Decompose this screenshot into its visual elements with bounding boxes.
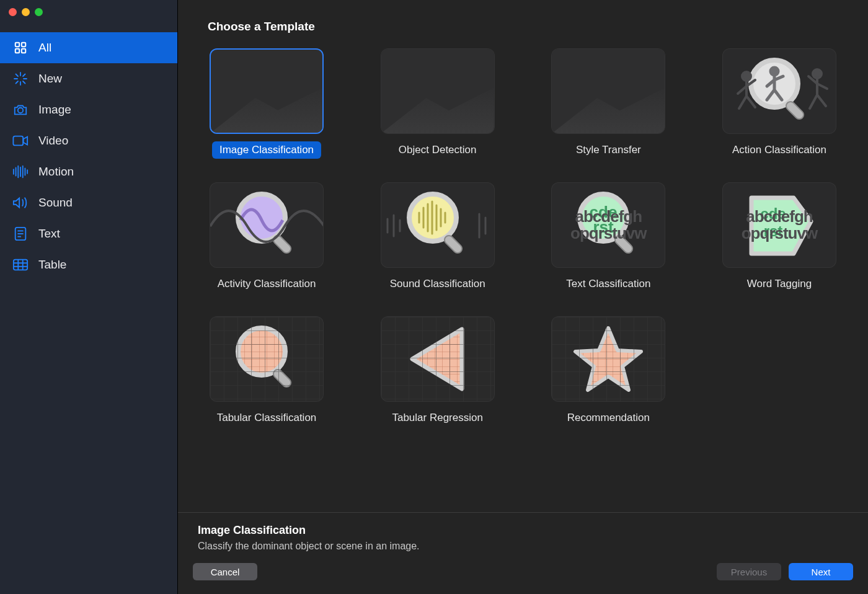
template-tabular-classification[interactable]: Tabular Classification <box>208 316 326 427</box>
svg-line-8 <box>16 74 19 77</box>
sparkle-icon <box>12 71 29 87</box>
sidebar-label: Video <box>38 134 68 148</box>
svg-rect-61 <box>613 234 634 255</box>
template-label: Tabular Classification <box>210 409 324 427</box>
tag-icon: cde rst <box>739 188 820 262</box>
template-thumb: abcdefghopqrstuvw cde rst <box>722 182 836 268</box>
svg-rect-1 <box>22 43 25 47</box>
template-word-tagging[interactable]: abcdefghopqrstuvw cde rst Word Tagging <box>720 182 838 293</box>
sidebar-item-text[interactable]: Text <box>0 218 177 249</box>
info-title: Image Classification <box>198 524 848 537</box>
action-bg <box>723 49 836 134</box>
template-sound-classification[interactable]: Sound Classification <box>379 182 497 293</box>
svg-text:rst: rst <box>764 223 783 239</box>
sidebar-item-all[interactable]: All <box>0 32 177 63</box>
sidebar-label: Motion <box>38 165 74 179</box>
text-magnifier-icon: cde rst <box>571 188 645 262</box>
svg-rect-3 <box>22 49 25 53</box>
template-thumb: abcdefghopqrstuvw cde rst <box>551 182 665 268</box>
template-text-classification[interactable]: abcdefghopqrstuvw cde rst Text Classific… <box>549 182 667 293</box>
sidebar-item-table[interactable]: Table <box>0 249 177 280</box>
sound-bg <box>381 183 495 268</box>
sidebar-label: Table <box>38 258 66 272</box>
grid-icon <box>12 40 29 56</box>
info-desc: Classify the dominant object or scene in… <box>198 541 848 552</box>
svg-rect-13 <box>13 136 23 146</box>
cancel-button[interactable]: Cancel <box>193 563 257 580</box>
next-button[interactable]: Next <box>789 563 853 580</box>
template-tabular-regression[interactable]: Tabular Regression <box>379 316 497 427</box>
speaker-icon <box>12 195 29 211</box>
sidebar-label: All <box>38 41 51 55</box>
sidebar-label: Image <box>38 103 71 117</box>
template-style-transfer[interactable]: Style Transfer <box>549 48 667 159</box>
template-label: Object Detection <box>391 141 484 159</box>
template-thumb <box>381 182 495 268</box>
template-thumb <box>210 182 324 268</box>
table-icon <box>12 257 29 273</box>
svg-text:cde: cde <box>760 205 786 222</box>
sidebar-label: Text <box>38 227 60 241</box>
template-thumb <box>551 48 665 134</box>
template-thumb <box>210 48 324 134</box>
template-label: Action Classification <box>725 141 834 159</box>
template-thumb <box>722 48 836 134</box>
button-bar: Cancel Previous Next <box>178 557 868 594</box>
template-label: Activity Classification <box>210 275 324 293</box>
wave-icon <box>12 164 29 180</box>
template-label: Style Transfer <box>569 141 649 159</box>
window: All New <box>0 0 868 594</box>
wave-bg <box>210 183 324 268</box>
sidebar-item-sound[interactable]: Sound <box>0 187 177 218</box>
camera-icon <box>12 102 29 118</box>
svg-rect-2 <box>16 49 19 53</box>
svg-line-10 <box>16 81 19 84</box>
previous-button: Previous <box>717 563 781 580</box>
video-icon <box>12 133 29 149</box>
template-label: Sound Classification <box>383 275 493 293</box>
svg-point-37 <box>742 72 751 81</box>
template-label: Word Tagging <box>740 275 819 293</box>
template-scroll: Choose a Template <box>178 0 868 512</box>
page-title: Choose a Template <box>208 20 838 33</box>
sidebar-label: Sound <box>38 196 73 210</box>
sidebar-item-video[interactable]: Video <box>0 125 177 156</box>
template-label: Text Classification <box>559 275 658 293</box>
template-label: Tabular Regression <box>384 409 490 427</box>
template-recommendation[interactable]: Recommendation <box>549 316 667 427</box>
svg-point-38 <box>813 69 822 78</box>
zoom-icon[interactable] <box>35 8 43 16</box>
template-grid: Image Classification <box>208 48 838 427</box>
template-label: Recommendation <box>560 409 657 427</box>
close-icon[interactable] <box>9 8 17 16</box>
template-thumb <box>210 316 324 402</box>
document-icon <box>12 226 29 242</box>
main: Choose a Template <box>178 0 868 594</box>
sidebar-nav: All New <box>0 32 177 280</box>
minimize-icon[interactable] <box>22 8 30 16</box>
svg-point-12 <box>18 108 23 113</box>
svg-line-9 <box>23 81 25 84</box>
template-object-detection[interactable]: Object Detection <box>379 48 497 159</box>
svg-rect-25 <box>14 260 27 270</box>
svg-rect-0 <box>16 43 19 47</box>
template-thumb <box>381 48 495 134</box>
template-image-classification[interactable]: Image Classification <box>208 48 326 159</box>
template-action-classification[interactable]: Action Classification <box>720 48 838 159</box>
sidebar: All New <box>0 0 178 594</box>
template-label: Image Classification <box>212 141 321 159</box>
template-thumb <box>381 316 495 402</box>
sidebar-item-motion[interactable]: Motion <box>0 156 177 187</box>
svg-line-11 <box>23 74 25 77</box>
template-thumb <box>551 316 665 402</box>
info-bar: Image Classification Classify the domina… <box>178 512 868 557</box>
svg-text:rst: rst <box>593 218 614 236</box>
sidebar-item-new[interactable]: New <box>0 63 177 94</box>
window-controls <box>0 0 177 24</box>
sidebar-label: New <box>38 72 62 86</box>
sidebar-item-image[interactable]: Image <box>0 94 177 125</box>
template-activity-classification[interactable]: Activity Classification <box>208 182 326 293</box>
